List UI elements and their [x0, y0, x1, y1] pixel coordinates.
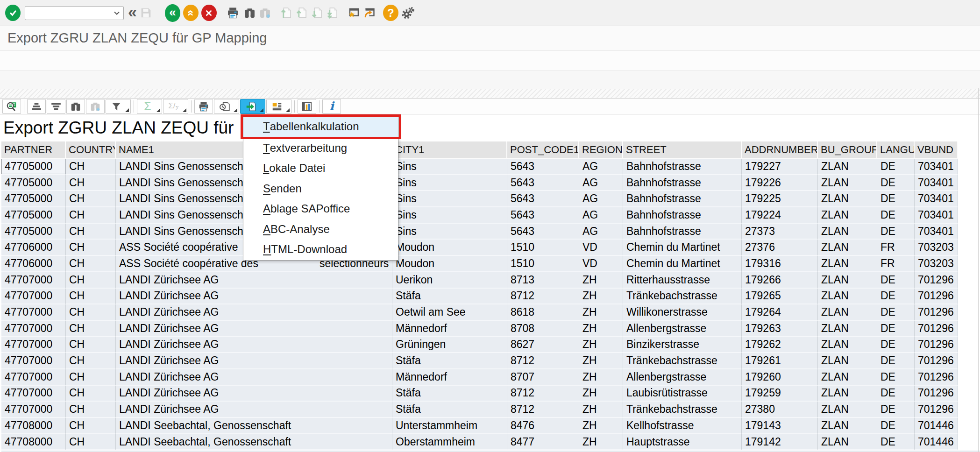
table-cell-LANGU[interactable]: DE [877, 321, 915, 337]
table-cell-POST_CODE1[interactable]: 5643 [507, 207, 579, 224]
table-cell-REGION[interactable]: AG [579, 191, 623, 207]
table-cell-STREET[interactable]: Willikonerstrasse [623, 304, 742, 321]
table-cell-hidden[interactable] [316, 418, 392, 434]
table-cell-COUNTRY[interactable]: CH [66, 191, 116, 207]
table-cell-ADDRNUMBER[interactable]: 179224 [742, 207, 818, 224]
table-cell-VBUND[interactable]: 701296 [915, 321, 958, 337]
exit-icon[interactable]: « [183, 4, 199, 22]
table-cell-VBUND[interactable]: 701296 [915, 289, 958, 305]
menu-item-ablage-sapoffice[interactable]: Ablage SAPoffice [243, 199, 398, 219]
table-cell-BU_GROUP[interactable]: ZLAN [818, 289, 877, 305]
table-cell-PARTNER[interactable]: 47707000 [1, 402, 66, 418]
table-cell-COUNTRY[interactable]: CH [66, 207, 116, 224]
table-cell-REGION[interactable]: ZH [579, 321, 623, 337]
table-cell-NAME1[interactable]: LANDI Zürichsee AG [116, 321, 316, 337]
first-page-icon[interactable] [280, 4, 293, 22]
column-header-POST_CODE1[interactable]: POST_CODE1 [507, 141, 579, 159]
table-cell-CITY1[interactable]: Moudon [392, 256, 507, 272]
table-cell-ADDRNUMBER[interactable]: 179261 [742, 353, 818, 369]
table-cell-COUNTRY[interactable]: CH [66, 353, 116, 369]
table-cell-STREET[interactable]: Chemin du Martinet [623, 240, 742, 256]
table-cell-VBUND[interactable]: 703401 [915, 159, 958, 175]
table-cell-NAME1[interactable]: LANDI Zürichsee AG [116, 369, 316, 386]
table-cell-CITY1[interactable]: Stäfa [392, 353, 507, 369]
table-cell-POST_CODE1[interactable]: 8713 [507, 272, 579, 289]
table-cell-CITY1[interactable]: Sins [392, 224, 507, 240]
filter-button[interactable] [106, 99, 131, 114]
table-cell-LANGU[interactable]: DE [877, 272, 915, 289]
table-cell-STREET[interactable]: Hauptstrasse [623, 434, 742, 451]
table-cell-REGION[interactable]: VD [579, 240, 623, 256]
create-shortcut-icon[interactable] [363, 4, 376, 22]
table-cell-STREET[interactable]: Tränkebachstrasse [623, 353, 742, 369]
column-header-LANGU[interactable]: LANGU [877, 141, 915, 159]
table-cell-BU_GROUP[interactable]: ZLAN [818, 175, 877, 191]
table-cell-BU_GROUP[interactable]: ZLAN [818, 321, 877, 337]
table-cell-hidden[interactable] [316, 434, 392, 451]
table-cell-COUNTRY[interactable]: CH [66, 402, 116, 418]
table-cell-POST_CODE1[interactable]: 8477 [507, 434, 579, 451]
table-cell-ADDRNUMBER[interactable]: 179259 [742, 386, 818, 402]
table-cell-VBUND[interactable]: 703401 [915, 175, 958, 191]
table-cell-STREET[interactable]: Chemin du Martinet [623, 256, 742, 272]
table-cell-POST_CODE1[interactable]: 1510 [507, 240, 579, 256]
table-cell-ADDRNUMBER[interactable]: 27376 [742, 240, 818, 256]
table-cell-BU_GROUP[interactable]: ZLAN [818, 386, 877, 402]
table-cell-VBUND[interactable]: 703401 [915, 224, 958, 240]
table-cell-REGION[interactable]: AG [579, 175, 623, 191]
table-cell-PARTNER[interactable]: 47707000 [1, 337, 66, 353]
table-cell-CITY1[interactable]: Sins [392, 159, 507, 175]
last-page-icon[interactable] [327, 4, 339, 22]
table-cell-hidden[interactable] [316, 289, 392, 305]
column-header-CITY1[interactable]: CITY1 [392, 141, 507, 159]
table-cell-LANGU[interactable]: DE [877, 159, 915, 175]
table-cell-hidden[interactable] [316, 369, 392, 386]
table-cell-NAME1[interactable]: LANDI Zürichsee AG [116, 353, 316, 369]
find-next-button[interactable] [86, 99, 105, 114]
table-cell-POST_CODE1[interactable]: 5643 [507, 224, 579, 240]
table-cell-ADDRNUMBER[interactable]: 179227 [742, 159, 818, 175]
table-cell-CITY1[interactable]: Moudon [392, 240, 507, 256]
table-cell-VBUND[interactable]: 703401 [915, 207, 958, 224]
table-cell-NAME1[interactable]: LANDI Zürichsee AG [116, 304, 316, 321]
choose-layout-button[interactable] [266, 99, 291, 114]
table-cell-PARTNER[interactable]: 47707000 [1, 321, 66, 337]
table-cell-ADDRNUMBER[interactable]: 179226 [742, 175, 818, 191]
table-cell-STREET[interactable]: Allenbergstrasse [623, 369, 742, 386]
find-next-icon[interactable] [259, 4, 271, 22]
table-cell-ADDRNUMBER[interactable]: 179260 [742, 369, 818, 386]
table-cell-BU_GROUP[interactable]: ZLAN [818, 191, 877, 207]
table-cell-REGION[interactable]: ZH [579, 304, 623, 321]
export-button[interactable] [240, 99, 265, 114]
command-field[interactable] [25, 6, 124, 20]
table-cell-ADDRNUMBER[interactable]: 179263 [742, 321, 818, 337]
table-cell-LANGU[interactable]: DE [877, 386, 915, 402]
table-cell-VBUND[interactable]: 701446 [915, 434, 958, 451]
table-cell-REGION[interactable]: ZH [579, 386, 623, 402]
new-session-icon[interactable] [348, 4, 361, 22]
subtotal-button[interactable]: Σ/Σ [163, 99, 188, 114]
sort-descending-button[interactable] [47, 99, 65, 114]
table-cell-ADDRNUMBER[interactable]: 179265 [742, 289, 818, 305]
table-cell-VBUND[interactable]: 701446 [915, 418, 958, 434]
table-cell-CITY1[interactable]: Grüningen [392, 337, 507, 353]
table-cell-COUNTRY[interactable]: CH [66, 386, 116, 402]
table-cell-ADDRNUMBER[interactable]: 179225 [742, 191, 818, 207]
sum-button[interactable]: Σ [137, 99, 162, 114]
table-cell-STREET[interactable]: Bahnhofstrasse [623, 224, 742, 240]
table-cell-hidden[interactable] [316, 353, 392, 369]
table-cell-CITY1[interactable]: Oetwil am See [392, 304, 507, 321]
table-cell-POST_CODE1[interactable]: 8707 [507, 369, 579, 386]
table-cell-PARTNER[interactable]: 47708000 [1, 418, 66, 434]
table-cell-NAME1[interactable]: LANDI Seebachtal, Genossenschaft [116, 434, 316, 451]
table-cell-LANGU[interactable]: DE [877, 353, 915, 369]
table-cell-VBUND[interactable]: 701296 [915, 304, 958, 321]
table-cell-hidden[interactable] [316, 321, 392, 337]
table-cell-VBUND[interactable]: 701296 [915, 353, 958, 369]
table-cell-COUNTRY[interactable]: CH [66, 224, 116, 240]
enter-icon[interactable] [5, 4, 21, 22]
table-cell-CITY1[interactable]: Stäfa [392, 386, 507, 402]
table-cell-LANGU[interactable]: FR [877, 256, 915, 272]
menu-item-senden[interactable]: Senden [243, 178, 398, 199]
table-cell-CITY1[interactable]: Sins [392, 191, 507, 207]
